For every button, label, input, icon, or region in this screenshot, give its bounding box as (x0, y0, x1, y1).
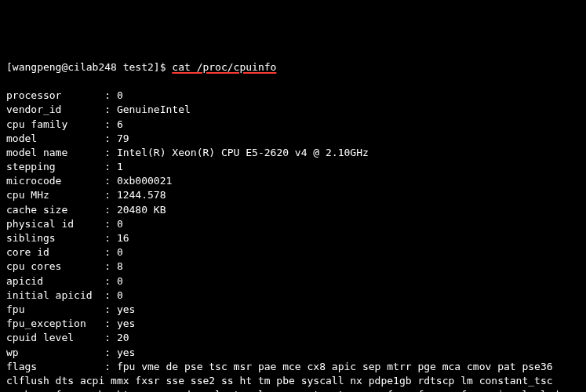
cpuinfo-line: microcode : 0xb000021 (6, 174, 580, 188)
cpuinfo-line: initial apicid : 0 (6, 289, 580, 303)
cpuinfo-key: microcode (6, 174, 104, 188)
cpuinfo-value: 0 (117, 218, 123, 230)
cpuinfo-key: cpu cores (6, 260, 104, 274)
cpuinfo-separator: : (104, 347, 117, 358)
cpuinfo-key: stepping (6, 160, 104, 174)
cpuinfo-separator: : (104, 175, 117, 187)
cpuinfo-separator: : (104, 232, 117, 244)
cpuinfo-line: cpu cores : 8 (6, 260, 580, 274)
cpuinfo-separator: : (104, 218, 117, 230)
cpuinfo-line: cpu MHz : 1244.578 (6, 188, 580, 202)
cpuinfo-key: cpu family (6, 118, 104, 132)
cpuinfo-line: cpu family : 6 (6, 118, 580, 132)
cpuinfo-value: GenuineIntel (117, 103, 191, 115)
cpuinfo-separator: : (104, 361, 117, 372)
cpuinfo-value: 20 (117, 332, 129, 343)
cpuinfo-value: 1 (117, 161, 123, 172)
cpuinfo-line: fpu_exception : yes (6, 317, 580, 331)
cpuinfo-value: yes (117, 303, 135, 315)
cpuinfo-separator: : (104, 246, 117, 258)
cpuinfo-separator: : (104, 189, 117, 201)
cpuinfo-value: 0xb000021 (117, 175, 172, 187)
cpuinfo-separator: : (104, 118, 117, 130)
cpuinfo-value: 6 (117, 118, 123, 130)
cpuinfo-separator: : (104, 161, 117, 172)
cpuinfo-separator: : (104, 303, 117, 315)
cpuinfo-value: 0 (117, 246, 123, 258)
cpuinfo-value: 8 (117, 260, 123, 272)
cpuinfo-line: model name : Intel(R) Xeon(R) CPU E5-262… (6, 146, 580, 160)
cpuinfo-value: 1244.578 (117, 189, 166, 201)
cpuinfo-key: initial apicid (6, 289, 104, 303)
cpuinfo-key: wp (6, 346, 104, 360)
cpuinfo-separator: : (104, 318, 117, 329)
cpuinfo-key: fpu (6, 303, 104, 317)
cpuinfo-value: 20480 KB (117, 204, 166, 216)
cpuinfo-key: cpuid level (6, 331, 104, 345)
cpuinfo-key: vendor_id (6, 103, 104, 117)
cpuinfo-value: yes (117, 318, 135, 329)
cpuinfo-line: processor : 0 (6, 89, 580, 103)
cpuinfo-separator: : (104, 260, 117, 272)
cpuinfo-line: wp : yes (6, 346, 580, 360)
cpuinfo-key: fpu_exception (6, 317, 104, 331)
cpuinfo-separator: : (104, 289, 117, 301)
shell-prompt: [wangpeng@cilab248 test2]$ (6, 61, 172, 73)
cpuinfo-value: 0 (117, 275, 123, 287)
cpuinfo-line: cpuid level : 20 (6, 331, 580, 345)
cpuinfo-key: apicid (6, 274, 104, 289)
cpuinfo-line: physical id : 0 (6, 217, 580, 231)
cpuinfo-key: cache size (6, 203, 104, 217)
shell-prompt-line: [wangpeng@cilab248 test2]$ cat /proc/cpu… (6, 60, 580, 74)
cpuinfo-key: cpu MHz (6, 188, 104, 202)
cpuinfo-key: siblings (6, 231, 104, 245)
cpuinfo-line: vendor_id : GenuineIntel (6, 103, 580, 117)
cpuinfo-value: 16 (117, 232, 129, 244)
cpuinfo-line: apicid : 0 (6, 274, 580, 289)
cpuinfo-line: cache size : 20480 KB (6, 203, 580, 217)
cpuinfo-separator: : (104, 132, 117, 144)
cpuinfo-value: 0 (117, 289, 123, 301)
shell-command: cat /proc/cpuinfo (172, 61, 276, 73)
cpuinfo-separator: : (104, 89, 117, 101)
cpuinfo-value: yes (117, 347, 135, 358)
cpuinfo-separator: : (104, 332, 117, 343)
cpuinfo-value: 79 (117, 132, 129, 144)
terminal-output: processor : 0vendor_id : GenuineIntelcpu… (6, 89, 580, 392)
cpuinfo-key: physical id (6, 217, 104, 231)
cpuinfo-separator: : (104, 147, 117, 158)
cpuinfo-value: Intel(R) Xeon(R) CPU E5-2620 v4 @ 2.10GH… (117, 147, 369, 158)
cpuinfo-separator: : (104, 204, 117, 216)
cpuinfo-key: flags (6, 361, 104, 372)
cpuinfo-line: model : 79 (6, 132, 580, 146)
cpuinfo-separator: : (104, 103, 117, 115)
cpuinfo-value: 0 (117, 89, 123, 101)
cpuinfo-key: core id (6, 245, 104, 260)
cpuinfo-flags-line: flags : fpu vme de pse tsc msr pae mce c… (6, 360, 580, 392)
cpuinfo-key: processor (6, 89, 104, 103)
cpuinfo-line: fpu : yes (6, 303, 580, 317)
cpuinfo-line: siblings : 16 (6, 231, 580, 245)
cpuinfo-key: model name (6, 146, 104, 160)
cpuinfo-line: core id : 0 (6, 245, 580, 260)
cpuinfo-key: model (6, 132, 104, 146)
cpuinfo-line: stepping : 1 (6, 160, 580, 174)
cpuinfo-separator: : (104, 275, 117, 287)
